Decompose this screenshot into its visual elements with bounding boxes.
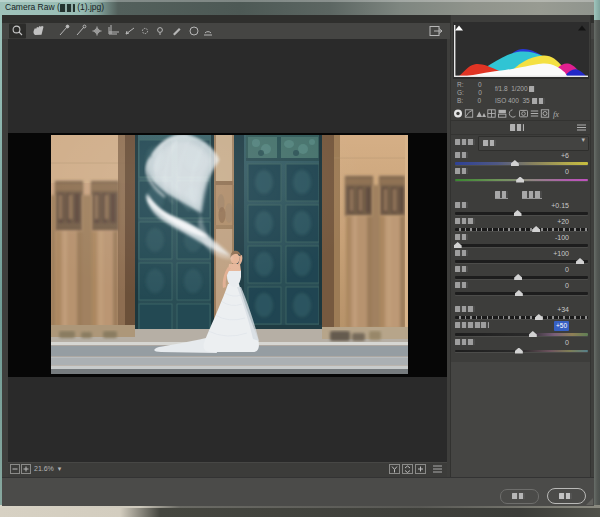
svg-text:fx: fx — [553, 110, 559, 119]
